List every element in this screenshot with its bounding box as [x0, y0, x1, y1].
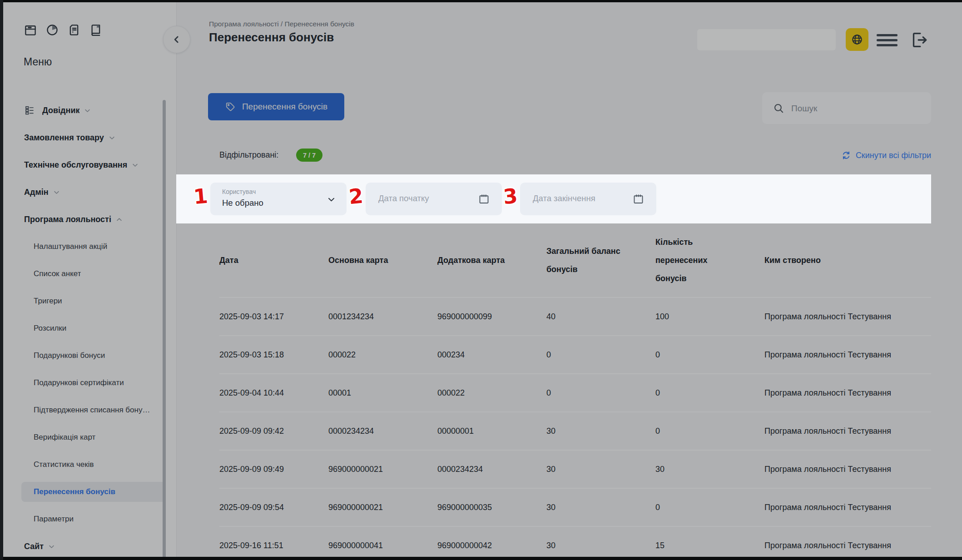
sidebar-item-4[interactable]: Програма лояльності: [21, 209, 166, 229]
date-from-placeholder: Дата початку: [378, 193, 429, 203]
sidebar-item-3[interactable]: Адмін: [21, 182, 166, 202]
sidebar-item-label: Адмін: [24, 188, 49, 197]
table-cell: 2025-09-09 09:49: [219, 465, 328, 474]
app-window: Меню ДовідникЗамовлення товаруТехнічне о…: [0, 0, 962, 560]
table-cell: 0: [546, 388, 655, 398]
breadcrumb[interactable]: Програма лояльності / Перенесення бонусі…: [209, 20, 354, 28]
sidebar-item-1[interactable]: Замовлення товару: [21, 128, 166, 148]
column-header: Дата: [219, 251, 328, 269]
pie-chart-icon[interactable]: [45, 23, 59, 37]
refresh-icon: [841, 150, 851, 160]
sidebar-item-label: Подарункові сертифікати: [34, 378, 124, 387]
sidebar-item-0[interactable]: Довідник: [21, 100, 166, 120]
chevron-down-icon: [132, 162, 139, 168]
chevron-up-icon: [116, 216, 123, 223]
sidebar-item-label: Підтвердження списання бону…: [34, 406, 150, 415]
chevron-down-icon: [48, 543, 55, 550]
sidebar-scrollbar[interactable]: [163, 100, 166, 560]
sidebar-item-8[interactable]: Розсилки: [21, 318, 166, 338]
reset-filters-link[interactable]: Скинути всі фільтри: [841, 150, 931, 160]
table-cell: 0000234234: [437, 465, 546, 474]
column-header: Загальний баланс бонусів: [546, 242, 655, 278]
annotation-2: 2: [348, 184, 364, 209]
column-header: Додаткова карта: [437, 251, 546, 269]
search-input[interactable]: [790, 92, 926, 125]
table-cell: 969000000021: [328, 503, 437, 512]
table-cell: 30: [655, 465, 764, 474]
sidebar-item-15[interactable]: Параметри: [21, 509, 166, 529]
table-cell: 2025-09-04 10:44: [219, 388, 328, 398]
table-cell: 969000000042: [437, 541, 546, 550]
table-header-row: ДатаОсновна картаДодаткова картаЗагальни…: [176, 223, 931, 297]
table-cell: 2025-09-03 15:18: [219, 350, 328, 360]
sidebar-item-label: Тригери: [34, 297, 62, 306]
hamburger-menu-button[interactable]: [877, 34, 898, 46]
table-row: 2025-09-16 11:51969000000041969000000042…: [219, 526, 931, 560]
table-cell: Програма лояльності Тестування: [764, 312, 931, 322]
date-to-input[interactable]: Дата закінчення: [520, 183, 656, 215]
table-cell: 2025-09-09 09:54: [219, 503, 328, 512]
user-filter-label: Користувач: [222, 188, 256, 195]
date-from-input[interactable]: Дата початку: [366, 183, 502, 215]
table-row: 2025-09-03 15:1800002200023400Програма л…: [219, 335, 931, 373]
sidebar-item-13[interactable]: Статистика чеків: [21, 455, 166, 475]
sidebar-item-label: Програма лояльності: [24, 215, 111, 224]
page-title: Перенесення бонусів: [209, 30, 334, 45]
sidebar-item-label: Подарункові бонуси: [34, 351, 105, 360]
table-cell: 0: [655, 350, 764, 360]
sidebar-item-10[interactable]: Подарункові сертифікати: [21, 373, 166, 393]
sidebar-item-6[interactable]: Список анкет: [21, 264, 166, 284]
column-header: Кількість перенесених бонусів: [655, 233, 764, 287]
sidebar-item-label: Замовлення товару: [24, 133, 104, 143]
date-to-placeholder: Дата закінчення: [533, 193, 595, 203]
user-panel-placeholder[interactable]: [697, 29, 836, 50]
filters-band: 1 Користувач Не обрано 2 Дата початку 3: [176, 174, 931, 223]
sidebar-item-16[interactable]: Сайт: [21, 536, 166, 556]
table-cell: 2025-09-16 11:51: [219, 541, 328, 550]
sidebar-item-11[interactable]: Підтвердження списання бону…: [21, 400, 166, 420]
filtered-label: Відфільтровані:: [219, 150, 278, 160]
table-cell: Програма лояльності Тестування: [764, 350, 931, 360]
book-icon[interactable]: [89, 23, 103, 37]
table-cell: 969000000035: [437, 503, 546, 512]
table-row: 2025-09-03 14:17000123423496900000009940…: [219, 297, 931, 335]
sidebar-quick-icons: [24, 23, 103, 37]
column-header-label: Додаткова карта: [437, 256, 505, 265]
menu-heading: Меню: [24, 56, 52, 68]
table-cell: 15: [655, 541, 764, 550]
logout-button[interactable]: [908, 30, 929, 50]
tag-icon: [225, 101, 236, 112]
sidebar-item-14-active[interactable]: Перенесення бонусів: [21, 482, 166, 502]
sidebar-item-9[interactable]: Подарункові бонуси: [21, 346, 166, 366]
table-cell: 000234: [437, 350, 546, 360]
sidebar-item-5[interactable]: Налаштування акцій: [21, 237, 166, 257]
chevron-down-icon: [84, 107, 91, 114]
sidebar-item-2[interactable]: Технічне обслуговування: [21, 155, 166, 175]
archive-box-icon[interactable]: [24, 23, 37, 37]
table-cell: 969000000041: [328, 541, 437, 550]
transfer-bonuses-button[interactable]: Перенесення бонусів: [208, 93, 344, 120]
logout-icon: [908, 30, 929, 50]
table-cell: 0001234234: [328, 312, 437, 322]
sidebar: Меню ДовідникЗамовлення товаруТехнічне о…: [3, 2, 177, 560]
globe-icon: [851, 33, 863, 46]
calendar-icon: [632, 193, 645, 205]
user-filter-dropdown[interactable]: Користувач Не обрано: [210, 183, 347, 215]
sidebar-item-7[interactable]: Тригери: [21, 291, 166, 311]
sidebar-item-12[interactable]: Верифікація карт: [21, 427, 166, 447]
table-cell: 30: [546, 426, 655, 436]
language-button[interactable]: [846, 28, 868, 51]
table-cell: 30: [546, 503, 655, 512]
table-row: 2025-09-09 09:54969000000021969000000035…: [219, 488, 931, 526]
sidebar-menu: ДовідникЗамовлення товаруТехнічне обслуг…: [21, 100, 166, 560]
search-box: [762, 92, 931, 124]
table-cell: Програма лояльності Тестування: [764, 426, 931, 436]
table-cell: 00001: [328, 388, 437, 398]
table-cell: 000022: [437, 388, 546, 398]
table-cell: Програма лояльності Тестування: [764, 465, 931, 474]
column-header-label: Загальний баланс бонусів: [546, 242, 637, 278]
document-icon[interactable]: [67, 23, 81, 37]
table-cell: 0: [546, 350, 655, 360]
sidebar-collapse-button[interactable]: [163, 26, 190, 53]
column-header-label: Ким створено: [764, 256, 821, 265]
